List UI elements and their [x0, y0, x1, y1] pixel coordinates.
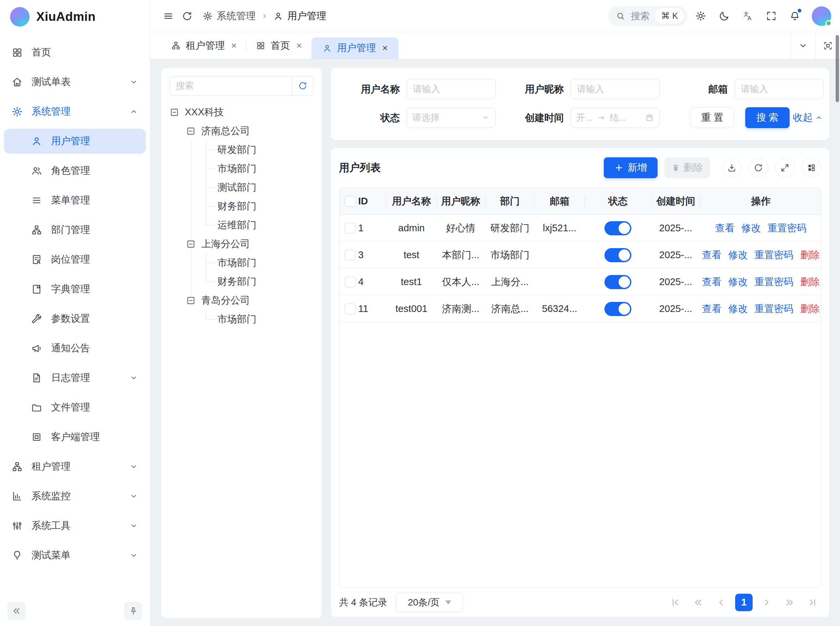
sidebar-item-dict-management[interactable]: 字典管理 — [0, 274, 150, 304]
export-button[interactable] — [722, 158, 742, 177]
collapse-menu-button[interactable] — [159, 7, 178, 25]
tree-node[interactable]: 财务部门 — [169, 197, 314, 216]
reset-password-link[interactable]: 重置密码 — [755, 275, 794, 289]
add-user-button[interactable]: 新增 — [604, 157, 657, 178]
dark-mode-button[interactable] — [714, 6, 734, 27]
search-button[interactable]: 搜 索 — [745, 107, 790, 128]
reset-password-link[interactable]: 重置密码 — [768, 222, 807, 235]
jump-forward-button[interactable] — [781, 594, 798, 611]
column-settings-button[interactable] — [802, 158, 821, 177]
settings-button[interactable] — [690, 6, 711, 27]
tab-list-dropdown-button[interactable] — [790, 32, 815, 59]
view-link[interactable]: 查看 — [702, 249, 722, 262]
tree-node[interactable]: 市场部门 — [169, 310, 314, 329]
last-page-button[interactable] — [804, 594, 821, 611]
refresh-table-button[interactable] — [749, 158, 768, 177]
select-all-checkbox[interactable] — [345, 196, 356, 207]
reset-password-link[interactable]: 重置密码 — [755, 302, 794, 316]
edit-link[interactable]: 修改 — [728, 302, 748, 316]
tab-home[interactable]: 首页 × — [246, 32, 311, 59]
row-checkbox[interactable] — [345, 250, 356, 261]
avatar[interactable] — [812, 6, 831, 26]
row-checkbox[interactable] — [345, 223, 356, 234]
tab-user-management[interactable]: 用户管理 × — [311, 37, 398, 59]
collapse-filters-button[interactable]: 收起 — [793, 107, 823, 128]
sidebar-item-user-management[interactable]: 用户管理 — [4, 129, 146, 153]
tree-node[interactable]: 财务部门 — [169, 272, 314, 291]
prev-page-button[interactable] — [712, 594, 730, 611]
status-toggle[interactable] — [604, 221, 631, 235]
close-icon[interactable]: × — [231, 41, 237, 50]
tree-node[interactable]: 运维部门 — [169, 216, 314, 235]
tree-search-input[interactable] — [169, 76, 292, 95]
tree-refresh-button[interactable] — [292, 76, 314, 95]
status-toggle[interactable] — [604, 302, 631, 316]
collapse-node-icon[interactable] — [169, 107, 180, 117]
collapse-node-icon[interactable] — [186, 126, 196, 136]
breadcrumb-item-user[interactable]: 用户管理 — [273, 9, 326, 23]
view-link[interactable]: 查看 — [702, 275, 722, 289]
tree-node[interactable]: 青岛分公司 — [169, 291, 314, 310]
delete-link[interactable]: 删除 — [800, 302, 820, 316]
tree-node[interactable]: 市场部门 — [169, 160, 314, 178]
delete-link[interactable]: 删除 — [800, 275, 820, 289]
sidebar-item-log-management[interactable]: 日志管理 — [0, 363, 150, 393]
edit-link[interactable]: 修改 — [728, 249, 748, 262]
sidebar-pin-button[interactable] — [124, 602, 142, 620]
sidebar-item-file-management[interactable]: 文件管理 — [0, 393, 150, 422]
row-checkbox[interactable] — [345, 277, 356, 288]
sidebar-item-test-form[interactable]: 测试单表 — [0, 67, 150, 97]
sidebar-item-client-management[interactable]: 客户端管理 — [0, 422, 150, 452]
tree-node[interactable]: 测试部门 — [169, 178, 314, 197]
global-search-button[interactable]: 搜索 ⌘ K — [608, 6, 687, 26]
app-logo[interactable]: XiuAdmin — [0, 0, 150, 34]
tree-node[interactable]: 上海分公司 — [169, 235, 314, 254]
delete-users-button[interactable]: 删除 — [664, 157, 710, 178]
view-link[interactable]: 查看 — [702, 302, 722, 316]
reset-password-link[interactable]: 重置密码 — [755, 249, 794, 262]
sidebar-item-menu-management[interactable]: 菜单管理 — [0, 186, 150, 215]
first-page-button[interactable] — [667, 594, 684, 611]
next-page-button[interactable] — [758, 594, 776, 611]
sidebar-item-home[interactable]: 首页 — [0, 38, 150, 67]
edit-link[interactable]: 修改 — [742, 222, 761, 235]
refresh-page-button[interactable] — [178, 7, 197, 25]
sidebar-collapse-button[interactable] — [8, 602, 25, 620]
page-number-button[interactable]: 1 — [735, 594, 753, 611]
jump-back-button[interactable] — [690, 594, 707, 611]
fullscreen-button[interactable] — [761, 6, 782, 27]
row-checkbox[interactable] — [345, 304, 356, 315]
edit-link[interactable]: 修改 — [728, 275, 748, 289]
sidebar-item-notice[interactable]: 通知公告 — [0, 333, 150, 363]
status-toggle[interactable] — [604, 248, 631, 262]
sidebar-item-system-monitor[interactable]: 系统监控 — [0, 481, 150, 511]
email-input[interactable] — [734, 79, 824, 99]
sidebar-item-post-management[interactable]: 岗位管理 — [0, 245, 150, 274]
close-icon[interactable]: × — [297, 41, 302, 50]
expand-table-button[interactable] — [775, 158, 795, 177]
sidebar-item-role-management[interactable]: 角色管理 — [0, 156, 150, 186]
close-icon[interactable]: × — [383, 43, 388, 53]
language-button[interactable] — [737, 6, 758, 27]
view-link[interactable]: 查看 — [715, 222, 735, 235]
status-toggle[interactable] — [604, 275, 631, 289]
sidebar-item-system-tools[interactable]: 系统工具 — [0, 511, 150, 541]
collapse-node-icon[interactable] — [186, 239, 196, 249]
scrollbar[interactable] — [835, 35, 839, 102]
page-size-select[interactable]: 20条/页 — [396, 592, 463, 613]
sidebar-item-param-settings[interactable]: 参数设置 — [0, 304, 150, 333]
sidebar-item-test-menu[interactable]: 测试菜单 — [0, 541, 150, 570]
date-range-picker[interactable]: 开... 结... — [570, 108, 660, 128]
sidebar-item-tenant-management[interactable]: 租户管理 — [0, 452, 150, 481]
tree-node[interactable]: 济南总公司 — [169, 122, 314, 141]
tree-node[interactable]: 市场部门 — [169, 254, 314, 272]
reset-button[interactable]: 重 置 — [690, 107, 734, 128]
tree-node[interactable]: XXX科技 — [169, 103, 314, 122]
tab-tenant-management[interactable]: 租户管理 × — [162, 32, 246, 59]
breadcrumb-item-system[interactable]: 系统管理 — [203, 9, 256, 23]
sidebar-item-system-management[interactable]: 系统管理 — [0, 97, 150, 127]
notifications-button[interactable] — [784, 6, 805, 27]
delete-link[interactable]: 删除 — [800, 249, 820, 262]
sidebar-item-dept-management[interactable]: 部门管理 — [0, 215, 150, 245]
collapse-node-icon[interactable] — [186, 296, 196, 305]
